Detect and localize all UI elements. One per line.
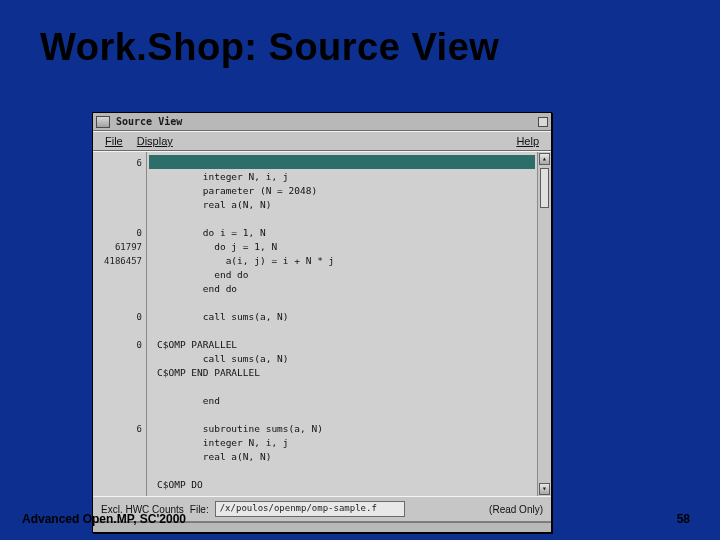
source-code: program sample integer N, i, j parameter…: [157, 156, 531, 492]
readonly-badge: (Read Only): [489, 504, 543, 515]
titlebar[interactable]: Source View: [93, 113, 551, 131]
file-label: File:: [190, 504, 209, 515]
scroll-down-icon[interactable]: ▾: [539, 483, 550, 495]
menubar: File Display Help: [93, 131, 551, 151]
menu-help[interactable]: Help: [516, 135, 539, 147]
vertical-scrollbar[interactable]: ▴ ▾: [537, 152, 551, 496]
code-area: 6 0 61797 4186457 0 0 6 program sample i…: [93, 151, 551, 496]
minimize-icon[interactable]: [538, 117, 548, 127]
slide-title: Work.Shop: Source View: [40, 26, 499, 69]
system-menu-icon[interactable]: [96, 116, 110, 128]
file-path-field[interactable]: /x/poulos/openmp/omp-sample.f: [215, 501, 405, 517]
menu-display[interactable]: Display: [137, 135, 173, 147]
menu-file[interactable]: File: [105, 135, 123, 147]
source-view-window: Source View File Display Help 6 0 61797 …: [92, 112, 552, 533]
code-viewport[interactable]: program sample integer N, i, j parameter…: [147, 152, 537, 496]
footer-left: Advanced Open.MP, SC'2000: [22, 512, 186, 526]
scroll-thumb[interactable]: [540, 168, 549, 208]
page-number: 58: [677, 512, 690, 526]
window-title: Source View: [116, 116, 538, 127]
current-line-highlight: [149, 155, 535, 169]
annotation-gutter: 6 0 61797 4186457 0 0 6: [93, 152, 147, 496]
scroll-up-icon[interactable]: ▴: [539, 153, 550, 165]
